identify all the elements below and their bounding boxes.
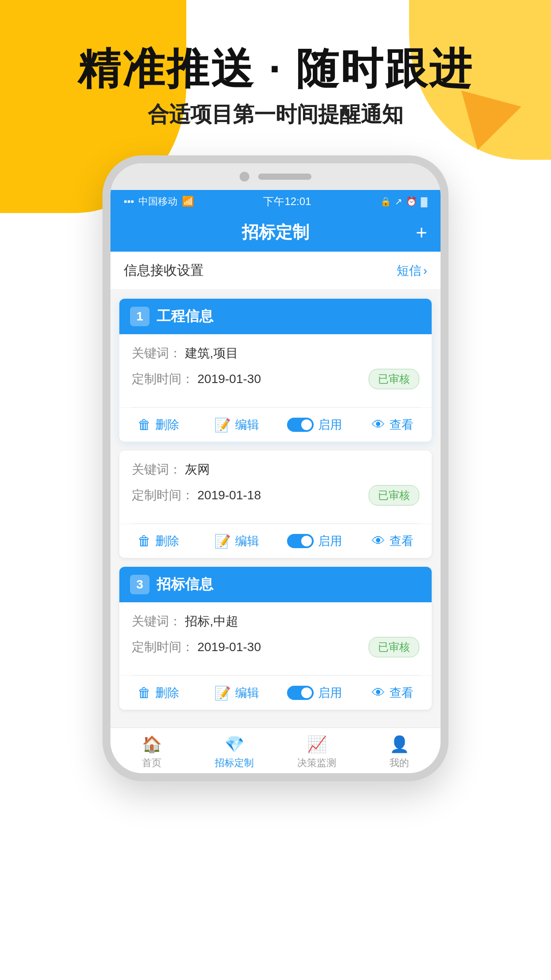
- card-3-title: 招标信息: [157, 575, 213, 594]
- card-1-time-label: 定制时间：: [132, 371, 194, 387]
- card-3-actions: 🗑 删除 📝 编辑 启用 👁 查看: [119, 676, 432, 710]
- card-1-time-row: 定制时间： 2019-01-30 已审核: [132, 369, 419, 389]
- subtitle-bold: 第一时间: [233, 103, 318, 126]
- card-3-view-label: 查看: [390, 685, 413, 701]
- info-bar-label: 信息接收设置: [124, 261, 204, 280]
- toggle-icon-2[interactable]: [287, 534, 314, 548]
- card-3-status: 已审核: [369, 637, 419, 657]
- nav-decision-label: 决策监测: [297, 756, 336, 770]
- card-3-enable-label: 启用: [318, 685, 342, 701]
- card-1-keyword-row: 关键词： 建筑,项目: [132, 345, 419, 362]
- toggle-icon[interactable]: [287, 418, 314, 432]
- card-2-edit-btn[interactable]: 📝 编辑: [197, 533, 276, 549]
- card-2-keyword-value: 灰网: [185, 461, 210, 478]
- card-3-time-label: 定制时间：: [132, 639, 194, 656]
- bottom-nav: 🏠 首页 💎 招标定制 📈 决策监测 👤 我的: [110, 727, 441, 773]
- status-bar: ▪▪▪ 中国移动 📶 下午12:01 🔒 ↗ ⏰ ▓: [110, 190, 441, 213]
- card-1-title: 工程信息: [157, 307, 213, 326]
- status-left: ▪▪▪ 中国移动 📶: [124, 195, 194, 208]
- card-1-actions: 🗑 删除 📝 编辑 启用 👁 查看: [119, 407, 432, 442]
- card-1-delete-label: 删除: [155, 417, 179, 433]
- app-header: 招标定制 +: [110, 213, 441, 252]
- chart-icon: 📈: [307, 735, 327, 754]
- status-right: 🔒 ↗ ⏰ ▓: [380, 196, 427, 207]
- card-2-keyword-label: 关键词：: [132, 461, 181, 478]
- card-3-delete-label: 删除: [155, 685, 179, 701]
- wifi-icon: 📶: [182, 196, 194, 207]
- card-2-view-btn[interactable]: 👁 查看: [354, 533, 432, 549]
- eye-icon-3: 👁: [372, 685, 385, 700]
- card-1: 1 工程信息 关键词： 建筑,项目 定制时间： 2019-01-30 已审核: [119, 299, 432, 442]
- nav-bidding[interactable]: 💎 招标定制: [193, 735, 276, 770]
- add-button[interactable]: +: [416, 221, 427, 244]
- chevron-right-icon: ›: [423, 264, 427, 278]
- card-1-edit-btn[interactable]: 📝 编辑: [197, 417, 276, 433]
- toggle-knob-2: [301, 536, 312, 546]
- toggle-knob-3: [301, 688, 312, 698]
- card-2-delete-btn[interactable]: 🗑 删除: [119, 533, 197, 549]
- hero-title: 精准推送 · 随时跟进: [0, 44, 551, 93]
- trash-icon-2: 🗑: [138, 533, 151, 549]
- card-3-badge: 3: [130, 575, 150, 594]
- card-3-time-value: 2019-01-30: [197, 640, 261, 654]
- diamond-icon: 💎: [224, 735, 244, 754]
- card-2-time-value: 2019-01-18: [197, 488, 261, 502]
- subtitle-suffix: 提醒通知: [318, 103, 403, 126]
- card-3-time-row: 定制时间： 2019-01-30 已审核: [132, 637, 419, 657]
- nav-home[interactable]: 🏠 首页: [110, 735, 193, 770]
- carrier-text: 中国移动: [138, 195, 177, 208]
- card-2-view-label: 查看: [390, 533, 413, 549]
- card-1-status: 已审核: [369, 369, 419, 389]
- card-1-enable-btn[interactable]: 启用: [276, 417, 354, 433]
- card-2-enable-btn[interactable]: 启用: [276, 533, 354, 549]
- app-content: 1 工程信息 关键词： 建筑,项目 定制时间： 2019-01-30 已审核: [110, 290, 441, 727]
- card-2-keyword-row: 关键词： 灰网: [132, 461, 419, 478]
- card-2-delete-label: 删除: [155, 533, 179, 549]
- card-1-delete-btn[interactable]: 🗑 删除: [119, 417, 197, 433]
- card-3-keyword-label: 关键词：: [132, 613, 181, 630]
- phone-camera: [240, 172, 249, 182]
- card-1-keyword-value: 建筑,项目: [185, 345, 238, 362]
- card-3-keyword-value: 招标,中超: [185, 613, 238, 630]
- card-1-enable-label: 启用: [318, 417, 342, 433]
- phone-wrapper: ▪▪▪ 中国移动 📶 下午12:01 🔒 ↗ ⏰ ▓ 招标定制 + 信息接收设置…: [0, 155, 551, 781]
- edit-icon-3: 📝: [214, 685, 231, 701]
- location-icon: ↗: [395, 196, 402, 207]
- status-time: 下午12:01: [263, 194, 311, 209]
- card-3-delete-btn[interactable]: 🗑 删除: [119, 685, 197, 701]
- card-2-time-row: 定制时间： 2019-01-18 已审核: [132, 485, 419, 506]
- edit-icon-2: 📝: [214, 533, 231, 549]
- info-bar[interactable]: 信息接收设置 短信 ›: [110, 252, 441, 290]
- card-3-body: 关键词： 招标,中超 定制时间： 2019-01-30 已审核: [119, 602, 432, 675]
- card-3-keyword-row: 关键词： 招标,中超: [132, 613, 419, 630]
- card-1-view-btn[interactable]: 👁 查看: [354, 417, 432, 433]
- card-1-keyword-label: 关键词：: [132, 345, 181, 362]
- nav-bidding-label: 招标定制: [215, 756, 254, 770]
- card-1-header: 1 工程信息: [119, 299, 432, 334]
- person-icon: 👤: [390, 735, 409, 754]
- card-3-edit-label: 编辑: [235, 685, 259, 701]
- card-1-body: 关键词： 建筑,项目 定制时间： 2019-01-30 已审核: [119, 334, 432, 407]
- info-bar-value[interactable]: 短信 ›: [397, 262, 427, 279]
- eye-icon: 👁: [372, 417, 385, 432]
- edit-icon: 📝: [214, 417, 231, 433]
- nav-profile[interactable]: 👤 我的: [358, 735, 441, 770]
- card-2-body: 关键词： 灰网 定制时间： 2019-01-18 已审核: [119, 450, 432, 523]
- nav-decision[interactable]: 📈 决策监测: [276, 735, 358, 770]
- card-2-status: 已审核: [369, 485, 419, 506]
- card-2-enable-label: 启用: [318, 533, 342, 549]
- subtitle-prefix: 合适项目: [148, 103, 233, 126]
- hero-subtitle: 合适项目第一时间提醒通知: [0, 100, 551, 129]
- trash-icon: 🗑: [138, 417, 151, 432]
- app-title: 招标定制: [242, 221, 309, 244]
- card-3-header: 3 招标信息: [119, 567, 432, 602]
- card-3-edit-btn[interactable]: 📝 编辑: [197, 685, 276, 701]
- card-3-enable-btn[interactable]: 启用: [276, 685, 354, 701]
- signal-icon: ▪▪▪: [124, 196, 134, 207]
- card-1-edit-label: 编辑: [235, 417, 259, 433]
- alarm-icon: ⏰: [406, 196, 417, 207]
- card-2-edit-label: 编辑: [235, 533, 259, 549]
- card-3-view-btn[interactable]: 👁 查看: [354, 685, 432, 701]
- card-1-view-label: 查看: [390, 417, 413, 433]
- toggle-icon-3[interactable]: [287, 686, 314, 700]
